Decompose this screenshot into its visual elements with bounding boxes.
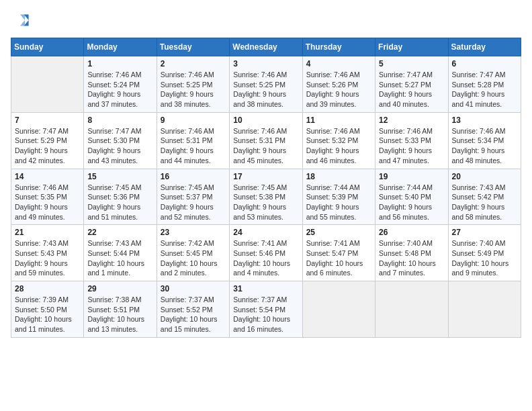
- day-info: Sunrise: 7:47 AMSunset: 5:30 PMDaylight:…: [87, 126, 152, 166]
- day-number: 9: [161, 116, 226, 125]
- sunset-text: Sunset: 5:26 PM: [306, 80, 371, 90]
- day-number: 2: [161, 59, 226, 68]
- sunset-text: Sunset: 5:37 PM: [161, 192, 226, 202]
- calendar-table: SundayMondayTuesdayWednesdayThursdayFrid…: [11, 38, 521, 338]
- sunset-text: Sunset: 5:25 PM: [161, 80, 226, 90]
- day-number: 17: [233, 172, 298, 181]
- day-number: 19: [379, 172, 444, 181]
- calendar-week-1: 1Sunrise: 7:46 AMSunset: 5:24 PMDaylight…: [11, 56, 521, 113]
- day-info: Sunrise: 7:46 AMSunset: 5:35 PMDaylight:…: [15, 183, 80, 222]
- day-info: Sunrise: 7:39 AMSunset: 5:50 PMDaylight:…: [15, 295, 80, 334]
- sunrise-text: Sunrise: 7:47 AM: [15, 126, 80, 136]
- day-number: 13: [452, 116, 517, 125]
- sunrise-text: Sunrise: 7:47 AM: [379, 70, 444, 80]
- day-info: Sunrise: 7:45 AMSunset: 5:38 PMDaylight:…: [233, 183, 298, 222]
- daylight-text: Daylight: 10 hours and 1 minute.: [87, 259, 152, 278]
- calendar-cell: 26Sunrise: 7:40 AMSunset: 5:48 PMDayligh…: [375, 225, 448, 281]
- calendar-cell: 27Sunrise: 7:40 AMSunset: 5:49 PMDayligh…: [448, 225, 521, 281]
- calendar-cell: [302, 281, 375, 338]
- weekday-header-sunday: Sunday: [11, 38, 84, 56]
- calendar-week-4: 21Sunrise: 7:43 AMSunset: 5:43 PMDayligh…: [11, 225, 521, 281]
- weekday-header-friday: Friday: [375, 38, 448, 56]
- sunset-text: Sunset: 5:27 PM: [379, 80, 444, 90]
- daylight-text: Daylight: 9 hours and 38 minutes.: [233, 89, 298, 109]
- daylight-text: Daylight: 10 hours and 15 minutes.: [161, 314, 226, 334]
- daylight-text: Daylight: 9 hours and 42 minutes.: [15, 146, 80, 165]
- calendar-cell: 13Sunrise: 7:46 AMSunset: 5:34 PMDayligh…: [448, 112, 521, 169]
- day-number: 22: [87, 228, 152, 237]
- sunset-text: Sunset: 5:33 PM: [379, 136, 444, 146]
- daylight-text: Daylight: 10 hours and 16 minutes.: [233, 314, 298, 334]
- sunset-text: Sunset: 5:52 PM: [161, 305, 226, 315]
- daylight-text: Daylight: 9 hours and 47 minutes.: [379, 146, 444, 165]
- day-number: 8: [87, 116, 152, 125]
- calendar-week-3: 14Sunrise: 7:46 AMSunset: 5:35 PMDayligh…: [11, 169, 521, 225]
- sunrise-text: Sunrise: 7:43 AM: [15, 238, 80, 248]
- calendar-cell: [375, 281, 448, 338]
- daylight-text: Daylight: 9 hours and 56 minutes.: [379, 202, 444, 222]
- daylight-text: Daylight: 9 hours and 43 minutes.: [87, 146, 152, 165]
- daylight-text: Daylight: 9 hours and 45 minutes.: [233, 146, 298, 165]
- daylight-text: Daylight: 9 hours and 52 minutes.: [161, 202, 226, 222]
- day-number: 10: [233, 116, 298, 125]
- calendar-header: SundayMondayTuesdayWednesdayThursdayFrid…: [11, 38, 521, 56]
- day-number: 25: [306, 228, 371, 237]
- daylight-text: Daylight: 10 hours and 7 minutes.: [379, 259, 444, 278]
- day-info: Sunrise: 7:46 AMSunset: 5:34 PMDaylight:…: [452, 126, 517, 166]
- day-number: 24: [233, 228, 298, 237]
- calendar-cell: 18Sunrise: 7:44 AMSunset: 5:39 PMDayligh…: [302, 169, 375, 225]
- calendar-cell: 20Sunrise: 7:43 AMSunset: 5:42 PMDayligh…: [448, 169, 521, 225]
- sunset-text: Sunset: 5:31 PM: [233, 136, 298, 146]
- calendar-cell: 23Sunrise: 7:42 AMSunset: 5:45 PMDayligh…: [157, 225, 229, 281]
- day-number: 15: [87, 172, 152, 181]
- sunset-text: Sunset: 5:25 PM: [233, 80, 298, 90]
- sunset-text: Sunset: 5:29 PM: [15, 136, 80, 146]
- day-number: 1: [87, 59, 152, 68]
- sunset-text: Sunset: 5:36 PM: [87, 192, 152, 202]
- sunrise-text: Sunrise: 7:41 AM: [233, 238, 298, 248]
- sunrise-text: Sunrise: 7:46 AM: [161, 126, 226, 136]
- sunrise-text: Sunrise: 7:47 AM: [452, 70, 517, 80]
- daylight-text: Daylight: 9 hours and 48 minutes.: [452, 146, 517, 165]
- day-info: Sunrise: 7:44 AMSunset: 5:39 PMDaylight:…: [306, 183, 371, 222]
- calendar-cell: 31Sunrise: 7:37 AMSunset: 5:54 PMDayligh…: [230, 281, 302, 338]
- day-info: Sunrise: 7:46 AMSunset: 5:33 PMDaylight:…: [379, 126, 444, 166]
- daylight-text: Daylight: 10 hours and 2 minutes.: [161, 259, 226, 278]
- calendar-cell: 21Sunrise: 7:43 AMSunset: 5:43 PMDayligh…: [11, 225, 84, 281]
- weekday-header-saturday: Saturday: [448, 38, 521, 56]
- day-info: Sunrise: 7:46 AMSunset: 5:25 PMDaylight:…: [233, 70, 298, 109]
- weekday-header-wednesday: Wednesday: [230, 38, 302, 56]
- sunrise-text: Sunrise: 7:43 AM: [87, 238, 152, 248]
- day-info: Sunrise: 7:40 AMSunset: 5:49 PMDaylight:…: [452, 238, 517, 278]
- day-info: Sunrise: 7:43 AMSunset: 5:43 PMDaylight:…: [15, 238, 80, 278]
- daylight-text: Daylight: 10 hours and 6 minutes.: [306, 259, 371, 278]
- sunset-text: Sunset: 5:54 PM: [233, 305, 298, 315]
- calendar-cell: 29Sunrise: 7:38 AMSunset: 5:51 PMDayligh…: [84, 281, 157, 338]
- day-info: Sunrise: 7:46 AMSunset: 5:24 PMDaylight:…: [87, 70, 152, 109]
- calendar-cell: 17Sunrise: 7:45 AMSunset: 5:38 PMDayligh…: [230, 169, 302, 225]
- weekday-header-monday: Monday: [84, 38, 157, 56]
- sunrise-text: Sunrise: 7:46 AM: [87, 70, 152, 80]
- day-info: Sunrise: 7:38 AMSunset: 5:51 PMDaylight:…: [87, 295, 152, 334]
- sunrise-text: Sunrise: 7:40 AM: [452, 238, 517, 248]
- sunrise-text: Sunrise: 7:46 AM: [161, 70, 226, 80]
- day-info: Sunrise: 7:42 AMSunset: 5:45 PMDaylight:…: [161, 238, 226, 278]
- calendar-cell: 30Sunrise: 7:37 AMSunset: 5:52 PMDayligh…: [157, 281, 229, 338]
- daylight-text: Daylight: 10 hours and 4 minutes.: [233, 259, 298, 278]
- sunset-text: Sunset: 5:24 PM: [87, 80, 152, 90]
- daylight-text: Daylight: 9 hours and 59 minutes.: [15, 259, 80, 278]
- daylight-text: Daylight: 9 hours and 51 minutes.: [87, 202, 152, 222]
- day-number: 23: [161, 228, 226, 237]
- day-number: 12: [379, 116, 444, 125]
- day-info: Sunrise: 7:44 AMSunset: 5:40 PMDaylight:…: [379, 183, 444, 222]
- daylight-text: Daylight: 9 hours and 39 minutes.: [306, 89, 371, 109]
- day-info: Sunrise: 7:46 AMSunset: 5:31 PMDaylight:…: [161, 126, 226, 166]
- day-info: Sunrise: 7:40 AMSunset: 5:48 PMDaylight:…: [379, 238, 444, 278]
- day-info: Sunrise: 7:37 AMSunset: 5:54 PMDaylight:…: [233, 295, 298, 334]
- day-number: 4: [306, 59, 371, 68]
- sunset-text: Sunset: 5:38 PM: [233, 192, 298, 202]
- calendar-week-2: 7Sunrise: 7:47 AMSunset: 5:29 PMDaylight…: [11, 112, 521, 169]
- calendar-cell: 16Sunrise: 7:45 AMSunset: 5:37 PMDayligh…: [157, 169, 229, 225]
- sunrise-text: Sunrise: 7:37 AM: [161, 295, 226, 305]
- sunrise-text: Sunrise: 7:45 AM: [233, 183, 298, 193]
